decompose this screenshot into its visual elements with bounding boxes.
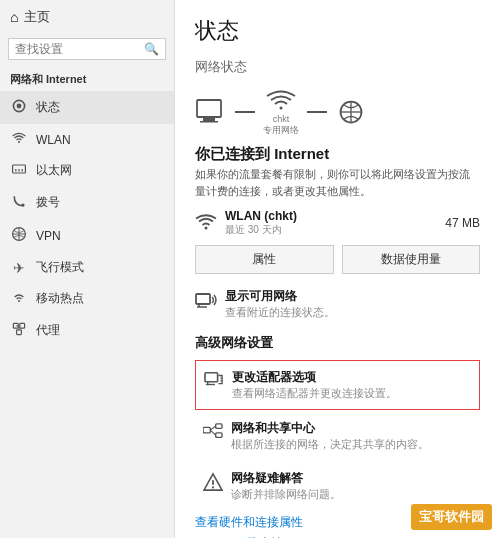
sidebar-home-label: 主页 — [24, 8, 50, 26]
sidebar-item-hotspot-label: 移动热点 — [36, 290, 84, 307]
ethernet-icon — [10, 162, 28, 179]
sidebar-item-dialup-label: 拨号 — [36, 194, 60, 211]
svg-line-33 — [210, 430, 215, 435]
dialup-icon — [10, 193, 28, 212]
line-2 — [307, 111, 327, 113]
sidebar-item-airplane-label: 飞行模式 — [36, 259, 84, 276]
troubleshoot-title: 网络疑难解答 — [231, 470, 341, 487]
airplane-icon: ✈ — [10, 260, 28, 276]
sidebar-item-wlan-label: WLAN — [36, 133, 71, 147]
page-title: 状态 — [195, 16, 480, 46]
sidebar-item-wlan[interactable]: WLAN — [0, 124, 174, 155]
globe-icon — [335, 98, 367, 126]
wlan-sub: 最近 30 天内 — [225, 223, 297, 237]
svg-rect-21 — [196, 294, 210, 304]
search-box[interactable]: 🔍 — [8, 38, 166, 60]
show-networks-title: 显示可用网络 — [225, 288, 335, 305]
svg-rect-15 — [197, 100, 221, 117]
advanced-item-adapter[interactable]: 更改适配器选项 查看网络适配器并更改连接设置。 — [195, 360, 480, 410]
properties-button[interactable]: 属性 — [195, 245, 334, 274]
router-icon: chkt 专用网络 — [263, 86, 299, 137]
status-icon — [10, 98, 28, 117]
sidebar-section-title: 网络和 Internet — [0, 64, 174, 91]
svg-rect-17 — [200, 121, 218, 123]
sharing-sub: 根据所连接的网络，决定其共享的内容。 — [231, 437, 429, 452]
sidebar-item-proxy[interactable]: 代理 — [0, 314, 174, 347]
data-usage-button[interactable]: 数据使用量 — [342, 245, 481, 274]
connected-desc: 如果你的流量套餐有限制，则你可以将此网络设置为按流量计费的连接，或者更改其他属性… — [195, 166, 480, 199]
proxy-icon — [10, 321, 28, 340]
computer-icon — [195, 98, 227, 126]
svg-point-6 — [21, 203, 24, 206]
sidebar-item-ethernet-label: 以太网 — [36, 162, 72, 179]
wlan-left: WLAN (chkt) 最近 30 天内 — [195, 209, 297, 237]
troubleshoot-icon — [203, 472, 223, 497]
show-networks-sub: 查看附近的连接状态。 — [225, 305, 335, 320]
sharing-icon — [203, 422, 223, 445]
svg-rect-29 — [203, 427, 210, 432]
sidebar-item-proxy-label: 代理 — [36, 322, 60, 339]
svg-point-36 — [212, 486, 214, 488]
network-status-label: 网络状态 — [195, 58, 480, 76]
sharing-title: 网络和共享中心 — [231, 420, 429, 437]
wlan-buttons: 属性 数据使用量 — [195, 245, 480, 274]
search-icon: 🔍 — [144, 42, 159, 56]
sidebar-item-ethernet[interactable]: 以太网 — [0, 155, 174, 186]
svg-rect-11 — [20, 323, 25, 328]
wlan-name: WLAN (chkt) — [225, 209, 297, 223]
line-1 — [235, 111, 255, 113]
advanced-item-sharing[interactable]: 网络和共享中心 根据所连接的网络，决定其共享的内容。 — [195, 412, 480, 460]
show-networks-text: 显示可用网络 查看附近的连接状态。 — [225, 288, 335, 320]
troubleshoot-sub: 诊断并排除网络问题。 — [231, 487, 341, 502]
adapter-title: 更改适配器选项 — [232, 369, 397, 386]
advanced-item-sharing-text: 网络和共享中心 根据所连接的网络，决定其共享的内容。 — [231, 420, 429, 452]
adapter-icon — [204, 371, 224, 394]
main-content: 状态 网络状态 chkt 专用网络 — [175, 0, 500, 538]
vpn-icon — [10, 226, 28, 245]
search-input[interactable] — [15, 42, 142, 56]
svg-rect-16 — [203, 118, 215, 121]
wlan-wifi-icon — [195, 213, 217, 234]
router-label: chkt — [273, 114, 290, 124]
sidebar-item-hotspot[interactable]: 移动热点 — [0, 283, 174, 314]
sidebar-item-status-label: 状态 — [36, 99, 60, 116]
sidebar-home-button[interactable]: ⌂ 主页 — [0, 0, 174, 34]
advanced-item-troubleshoot[interactable]: 网络疑难解答 诊断并排除网络问题。 — [195, 462, 480, 510]
advanced-item-troubleshoot-text: 网络疑难解答 诊断并排除网络问题。 — [231, 470, 341, 502]
sidebar-item-dialup[interactable]: 拨号 — [0, 186, 174, 219]
svg-rect-24 — [205, 373, 218, 382]
connected-title: 你已连接到 Internet — [195, 145, 480, 164]
link-hardware[interactable]: 查看硬件和连接属性 — [195, 514, 480, 531]
svg-point-1 — [17, 104, 22, 109]
svg-rect-31 — [216, 433, 222, 438]
wlan-icon — [10, 131, 28, 148]
sidebar: ⌂ 主页 🔍 网络和 Internet 状态 WLAN — [0, 0, 175, 538]
svg-rect-30 — [216, 424, 222, 429]
wlan-mb: 47 MB — [445, 216, 480, 230]
sidebar-item-status[interactable]: 状态 — [0, 91, 174, 124]
advanced-title: 高级网络设置 — [195, 334, 480, 352]
wlan-row: WLAN (chkt) 最近 30 天内 47 MB — [195, 209, 480, 237]
hotspot-icon — [10, 290, 28, 307]
network-diagram: chkt 专用网络 — [195, 86, 480, 137]
svg-rect-12 — [17, 330, 22, 335]
advanced-item-adapter-text: 更改适配器选项 查看网络适配器并更改连接设置。 — [232, 369, 397, 401]
router-sub-label: 专用网络 — [263, 124, 299, 137]
home-icon: ⌂ — [10, 9, 18, 25]
sidebar-item-vpn[interactable]: VPN — [0, 219, 174, 252]
sidebar-item-airplane[interactable]: ✈ 飞行模式 — [0, 252, 174, 283]
show-networks-section: 显示可用网络 查看附近的连接状态。 — [195, 288, 480, 320]
wlan-info: WLAN (chkt) 最近 30 天内 — [225, 209, 297, 237]
adapter-sub: 查看网络适配器并更改连接设置。 — [232, 386, 397, 401]
sidebar-item-vpn-label: VPN — [36, 229, 61, 243]
show-networks-icon — [195, 290, 217, 315]
svg-line-32 — [210, 426, 215, 430]
